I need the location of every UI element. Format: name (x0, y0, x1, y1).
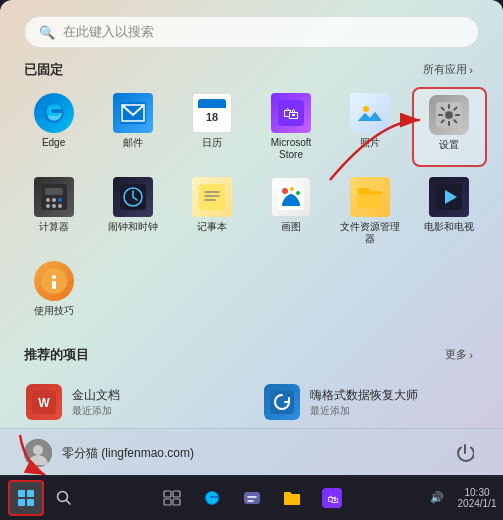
taskbar: 🛍 🔊 10:30 2024/1/1 (0, 475, 503, 520)
all-apps-link[interactable]: 所有应用 › (417, 60, 479, 79)
wps-sub: 最近添加 (72, 404, 120, 418)
user-avatar (24, 439, 52, 467)
mail-icon (113, 93, 153, 133)
svg-rect-3 (198, 105, 226, 108)
svg-point-35 (33, 445, 43, 455)
clock-label: 闹钟和时钟 (108, 221, 158, 233)
start-bottom-bar: 零分猫 (lingfenmao.com) (0, 428, 503, 477)
wps-text: 金山文档 最近添加 (72, 387, 120, 418)
power-button[interactable] (451, 439, 479, 467)
app-edge[interactable]: Edge (16, 87, 91, 167)
notes-icon (192, 177, 232, 217)
taskbar-chat[interactable] (234, 480, 270, 516)
svg-point-29 (52, 275, 56, 279)
store-icon: 🛍 (271, 93, 311, 133)
clock-icon (113, 177, 153, 217)
search-placeholder: 在此键入以搜索 (63, 23, 154, 41)
app-calculator[interactable]: 计算器 (16, 171, 91, 251)
rec-item-wps[interactable]: W 金山文档 最近添加 (16, 376, 250, 428)
recommended-section-header: 推荐的项目 更多 › (0, 345, 503, 372)
movies-label: 电影和电视 (424, 221, 474, 233)
rec-item-recovery[interactable]: 嗨格式数据恢复大师 最近添加 (254, 376, 488, 428)
taskbar-system-tray[interactable]: 🔊 (419, 480, 455, 516)
calc-label: 计算器 (39, 221, 69, 233)
svg-rect-33 (270, 390, 294, 414)
svg-rect-12 (45, 188, 63, 195)
svg-point-8 (363, 106, 369, 112)
calendar-label: 日历 (202, 137, 222, 149)
svg-text:18: 18 (206, 111, 218, 123)
mail-label: 邮件 (123, 137, 143, 149)
app-clock[interactable]: 闹钟和时钟 (95, 171, 170, 251)
store-label: Microsoft Store (257, 137, 324, 161)
recovery-sub: 最近添加 (310, 404, 418, 418)
svg-rect-41 (27, 499, 34, 506)
app-calendar[interactable]: 18 日历 (174, 87, 249, 167)
recovery-icon (264, 384, 300, 420)
taskbar-right: 🔊 10:30 2024/1/1 (419, 480, 495, 516)
movies-icon (429, 177, 469, 217)
start-button[interactable] (8, 480, 44, 516)
svg-point-23 (282, 188, 288, 194)
app-settings[interactable]: 设置 (412, 87, 487, 167)
app-movies[interactable]: 电影和电视 (412, 171, 487, 251)
paint-icon (271, 177, 311, 217)
svg-text:🛍: 🛍 (283, 105, 299, 122)
svg-rect-7 (356, 99, 384, 127)
svg-point-18 (58, 204, 62, 208)
app-store[interactable]: 🛍 Microsoft Store (253, 87, 328, 167)
svg-rect-45 (164, 499, 171, 505)
svg-point-24 (290, 187, 294, 191)
user-info[interactable]: 零分猫 (lingfenmao.com) (24, 439, 194, 467)
wps-icon: W (26, 384, 62, 420)
notes-label: 记事本 (197, 221, 227, 233)
files-icon (350, 177, 390, 217)
calc-icon (34, 177, 74, 217)
svg-text:W: W (38, 396, 50, 410)
more-link[interactable]: 更多 › (439, 345, 479, 364)
svg-rect-38 (18, 490, 25, 497)
svg-text:🛍: 🛍 (326, 493, 338, 505)
taskbar-clock[interactable]: 10:30 2024/1/1 (459, 480, 495, 516)
taskbar-search-button[interactable] (46, 480, 82, 516)
taskbar-edge[interactable] (194, 480, 230, 516)
recovery-name: 嗨格式数据恢复大师 (310, 387, 418, 404)
svg-point-10 (445, 111, 453, 119)
tips-label: 使用技巧 (34, 305, 74, 317)
recommended-items: W 金山文档 最近添加 嗨格式数据恢复大师 最近添加 (0, 372, 503, 428)
settings-label: 设置 (439, 139, 459, 151)
svg-rect-40 (18, 499, 25, 506)
taskbar-store[interactable]: 🛍 (314, 480, 350, 516)
taskbar-task-view[interactable] (154, 480, 190, 516)
photos-icon (350, 93, 390, 133)
user-name: 零分猫 (lingfenmao.com) (62, 445, 194, 462)
svg-point-25 (296, 191, 300, 195)
tips-icon (34, 261, 74, 301)
app-mail[interactable]: 邮件 (95, 87, 170, 167)
app-paint[interactable]: 画图 (253, 171, 328, 251)
calendar-icon: 18 (192, 93, 232, 133)
settings-icon (429, 95, 469, 135)
app-notes[interactable]: 记事本 (174, 171, 249, 251)
search-icon: 🔍 (39, 25, 55, 40)
svg-rect-46 (173, 499, 180, 505)
search-bar[interactable]: 🔍 在此键入以搜索 (24, 16, 479, 48)
svg-rect-39 (27, 490, 34, 497)
svg-rect-43 (164, 491, 171, 497)
app-files[interactable]: 文件资源管理器 (333, 171, 408, 251)
pinned-section-header: 已固定 所有应用 › (0, 60, 503, 87)
recovery-text: 嗨格式数据恢复大师 最近添加 (310, 387, 418, 418)
svg-point-16 (46, 204, 50, 208)
taskbar-left (8, 480, 82, 516)
svg-rect-21 (199, 184, 225, 210)
app-photos[interactable]: 照片 (333, 87, 408, 167)
taskbar-center: 🛍 (154, 480, 350, 516)
files-label: 文件资源管理器 (337, 221, 404, 245)
svg-rect-47 (244, 492, 260, 504)
pinned-title: 已固定 (24, 61, 63, 79)
app-tips[interactable]: 使用技巧 (16, 255, 91, 323)
svg-point-13 (46, 198, 50, 202)
edge-icon (34, 93, 74, 133)
svg-rect-30 (52, 281, 56, 289)
taskbar-files[interactable] (274, 480, 310, 516)
